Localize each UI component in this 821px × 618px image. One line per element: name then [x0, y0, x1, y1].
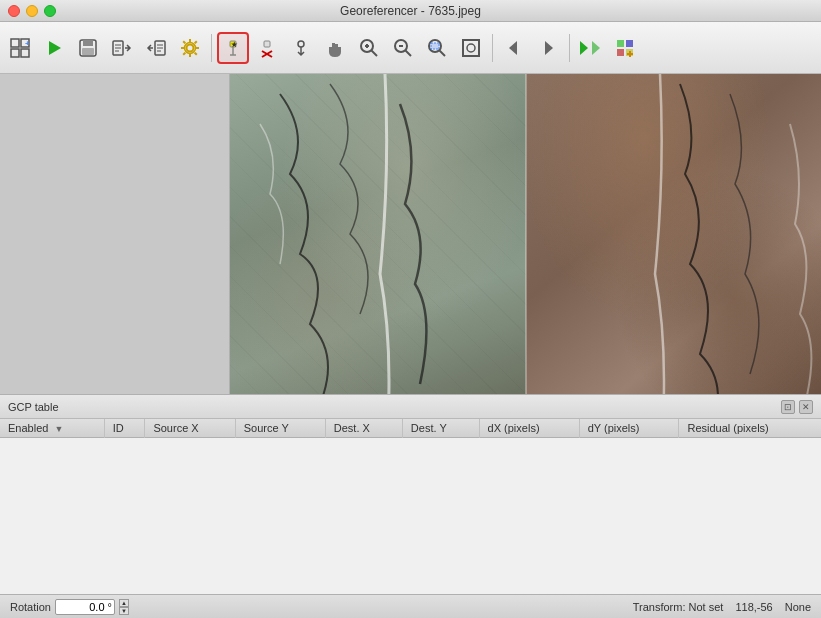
- svg-rect-37: [463, 40, 479, 56]
- col-source-x[interactable]: Source X: [145, 419, 235, 438]
- load-gcp-2-icon: [145, 37, 167, 59]
- map-cracks-overlay: [230, 74, 821, 394]
- statusbar: Rotation ▲ ▼ Transform: Not set 118,-56 …: [0, 594, 821, 618]
- zoom-selection-icon: [426, 37, 448, 59]
- add-gcp-icon: +: [9, 37, 31, 59]
- col-source-y[interactable]: Source Y: [235, 419, 325, 438]
- gcp-table: Enabled ▼ ID Source X Source Y: [0, 419, 821, 438]
- traffic-lights: [8, 5, 56, 17]
- separator-1: [211, 34, 212, 62]
- col-dy[interactable]: dY (pixels): [579, 419, 679, 438]
- prev-gcp-icon: [503, 37, 525, 59]
- col-dx[interactable]: dX (pixels): [479, 419, 579, 438]
- load-gcp-2-button[interactable]: [140, 32, 172, 64]
- svg-line-35: [439, 50, 445, 56]
- zoom-full-button[interactable]: [455, 32, 487, 64]
- map-canvas: [230, 74, 821, 394]
- load-gcp-1-icon: [111, 37, 133, 59]
- add-gcp-button[interactable]: +: [4, 32, 36, 64]
- svg-rect-3: [21, 49, 29, 57]
- move-icon: [290, 37, 312, 59]
- svg-rect-43: [617, 40, 624, 47]
- load-gcp-1-button[interactable]: [106, 32, 138, 64]
- svg-rect-44: [626, 40, 633, 47]
- toolbar: +: [0, 22, 821, 74]
- zoom-out-icon: [392, 37, 414, 59]
- zoom-out-button[interactable]: [387, 32, 419, 64]
- table-header-row: Enabled ▼ ID Source X Source Y: [0, 419, 821, 438]
- main-content: [0, 74, 821, 394]
- coordinates-display: 118,-56: [735, 601, 772, 613]
- add-control-point-icon: ★: [222, 37, 244, 59]
- delete-icon: [256, 37, 278, 59]
- zoom-selection-button[interactable]: [421, 32, 453, 64]
- rotation-spinner[interactable]: ▲ ▼: [119, 599, 129, 615]
- svg-rect-23: [264, 41, 270, 47]
- minimize-button[interactable]: [26, 5, 38, 17]
- gcp-section: GCP table ⊡ ✕ Enabled ▼ ID: [0, 394, 821, 594]
- delete-point-button[interactable]: [251, 32, 283, 64]
- svg-marker-41: [580, 41, 588, 55]
- prev-gcp-button[interactable]: [498, 32, 530, 64]
- maximize-button[interactable]: [44, 5, 56, 17]
- svg-text:★: ★: [231, 40, 238, 47]
- gcp-table-title: GCP table: [8, 401, 59, 413]
- start-georef-icon: [578, 37, 604, 59]
- svg-rect-7: [83, 40, 93, 46]
- svg-marker-42: [592, 41, 600, 55]
- next-gcp-icon: [537, 37, 559, 59]
- col-dest-y[interactable]: Dest. Y: [402, 419, 479, 438]
- zoom-in-icon: [358, 37, 380, 59]
- svg-point-26: [298, 41, 304, 47]
- close-button[interactable]: [8, 5, 20, 17]
- rotation-input[interactable]: [55, 599, 115, 615]
- start-georef-button[interactable]: [575, 32, 607, 64]
- rotation-label: Rotation: [10, 601, 51, 613]
- move-gcp-button[interactable]: [285, 32, 317, 64]
- raster-props-button[interactable]: [609, 32, 641, 64]
- svg-line-30: [371, 50, 377, 56]
- gcp-restore-button[interactable]: ⊡: [781, 400, 795, 414]
- add-control-point-button[interactable]: ★: [217, 32, 249, 64]
- svg-point-38: [467, 44, 475, 52]
- play-button[interactable]: [38, 32, 70, 64]
- play-icon: [44, 38, 64, 58]
- rotation-up[interactable]: ▲: [119, 599, 129, 607]
- rotation-down[interactable]: ▼: [119, 607, 129, 615]
- transform-label: Transform: Not set: [633, 601, 724, 613]
- crs-display: None: [785, 601, 811, 613]
- svg-marker-39: [509, 41, 517, 55]
- gcp-header-controls: ⊡ ✕: [781, 400, 813, 414]
- gear-icon: [179, 37, 201, 59]
- svg-rect-45: [617, 49, 624, 56]
- zoom-full-icon: [460, 37, 482, 59]
- window-title: Georeferencer - 7635.jpeg: [340, 4, 481, 18]
- settings-button[interactable]: [174, 32, 206, 64]
- svg-marker-40: [545, 41, 553, 55]
- save-gcp-icon: [77, 37, 99, 59]
- svg-rect-0: [11, 39, 19, 47]
- hand-icon: [324, 37, 346, 59]
- col-dest-x[interactable]: Dest. X: [325, 419, 402, 438]
- col-id[interactable]: ID: [104, 419, 145, 438]
- gcp-header: GCP table ⊡ ✕: [0, 395, 821, 419]
- col-enabled[interactable]: Enabled ▼: [0, 419, 104, 438]
- svg-marker-5: [49, 41, 61, 55]
- save-gcp-button[interactable]: [72, 32, 104, 64]
- sort-indicator-enabled: ▼: [54, 424, 63, 434]
- svg-line-33: [405, 50, 411, 56]
- svg-text:+: +: [25, 39, 30, 48]
- gcp-table-wrapper[interactable]: Enabled ▼ ID Source X Source Y: [0, 419, 821, 594]
- col-residual[interactable]: Residual (pixels): [679, 419, 821, 438]
- svg-rect-36: [431, 43, 439, 49]
- svg-point-17: [187, 44, 194, 51]
- raster-props-icon: [614, 37, 636, 59]
- separator-3: [569, 34, 570, 62]
- zoom-in-button[interactable]: [353, 32, 385, 64]
- gcp-close-button[interactable]: ✕: [799, 400, 813, 414]
- rotation-item: Rotation ▲ ▼: [10, 599, 129, 615]
- separator-2: [492, 34, 493, 62]
- pan-button[interactable]: [319, 32, 351, 64]
- image-area[interactable]: [230, 74, 821, 394]
- next-gcp-button[interactable]: [532, 32, 564, 64]
